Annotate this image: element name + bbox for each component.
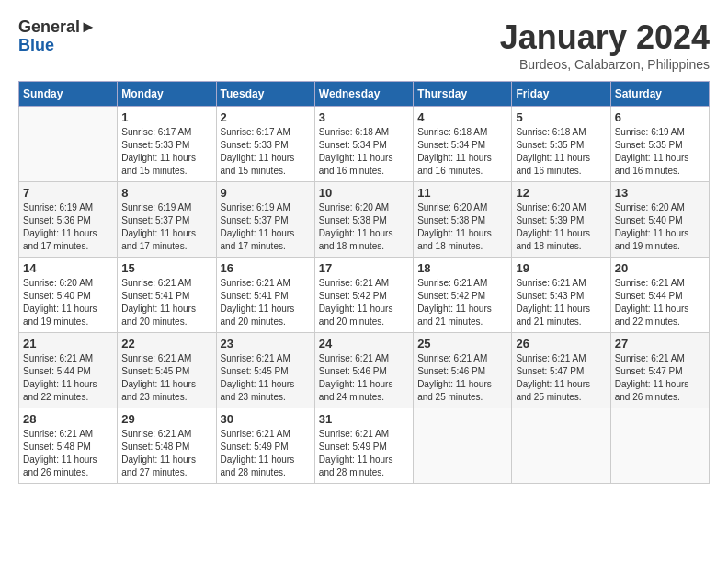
day-info: Sunrise: 6:19 AMSunset: 5:37 PMDaylight:… xyxy=(221,201,311,253)
day-number: 8 xyxy=(121,186,211,200)
header-cell-tuesday: Tuesday xyxy=(216,82,314,107)
day-info: Sunrise: 6:20 AMSunset: 5:39 PMDaylight:… xyxy=(516,201,606,253)
day-info: Sunrise: 6:21 AMSunset: 5:49 PMDaylight:… xyxy=(319,428,409,479)
day-number: 17 xyxy=(319,261,409,275)
day-number: 7 xyxy=(23,186,113,200)
day-cell: 15Sunrise: 6:21 AMSunset: 5:41 PMDayligh… xyxy=(118,258,216,333)
day-cell: 19Sunrise: 6:21 AMSunset: 5:43 PMDayligh… xyxy=(512,258,610,333)
day-cell: 30Sunrise: 6:21 AMSunset: 5:49 PMDayligh… xyxy=(216,408,314,484)
day-info: Sunrise: 6:20 AMSunset: 5:40 PMDaylight:… xyxy=(615,201,705,253)
day-number: 15 xyxy=(121,261,211,275)
day-info: Sunrise: 6:18 AMSunset: 5:35 PMDaylight:… xyxy=(516,126,606,178)
week-row-1: 1Sunrise: 6:17 AMSunset: 5:33 PMDaylight… xyxy=(19,107,710,182)
day-number: 4 xyxy=(417,110,507,124)
day-cell xyxy=(414,408,512,484)
day-cell: 29Sunrise: 6:21 AMSunset: 5:48 PMDayligh… xyxy=(118,408,216,484)
day-number: 18 xyxy=(417,261,507,275)
day-info: Sunrise: 6:21 AMSunset: 5:47 PMDaylight:… xyxy=(516,352,606,404)
day-number: 29 xyxy=(121,412,211,426)
header-cell-thursday: Thursday xyxy=(414,82,512,107)
day-number: 10 xyxy=(319,186,409,200)
page-header: General► Blue January 2024 Burdeos, Cala… xyxy=(18,18,710,72)
calendar-table: SundayMondayTuesdayWednesdayThursdayFrid… xyxy=(18,81,710,484)
day-number: 26 xyxy=(516,337,606,350)
day-cell: 2Sunrise: 6:17 AMSunset: 5:33 PMDaylight… xyxy=(216,107,314,182)
day-info: Sunrise: 6:21 AMSunset: 5:41 PMDaylight:… xyxy=(221,277,311,328)
day-info: Sunrise: 6:21 AMSunset: 5:46 PMDaylight:… xyxy=(319,352,409,404)
logo: General► Blue xyxy=(18,18,97,55)
day-cell: 8Sunrise: 6:19 AMSunset: 5:37 PMDaylight… xyxy=(118,182,216,258)
header-cell-friday: Friday xyxy=(512,82,610,107)
day-number: 22 xyxy=(121,337,211,350)
day-cell: 28Sunrise: 6:21 AMSunset: 5:48 PMDayligh… xyxy=(19,408,118,484)
week-row-3: 14Sunrise: 6:20 AMSunset: 5:40 PMDayligh… xyxy=(19,258,710,333)
week-row-2: 7Sunrise: 6:19 AMSunset: 5:36 PMDaylight… xyxy=(19,182,710,258)
day-number: 30 xyxy=(221,412,311,426)
day-info: Sunrise: 6:18 AMSunset: 5:34 PMDaylight:… xyxy=(417,126,507,178)
day-info: Sunrise: 6:20 AMSunset: 5:40 PMDaylight:… xyxy=(23,277,113,328)
day-info: Sunrise: 6:19 AMSunset: 5:35 PMDaylight:… xyxy=(615,126,705,178)
day-number: 25 xyxy=(417,337,507,350)
day-cell: 5Sunrise: 6:18 AMSunset: 5:35 PMDaylight… xyxy=(512,107,610,182)
day-number: 16 xyxy=(221,261,311,275)
day-info: Sunrise: 6:21 AMSunset: 5:44 PMDaylight:… xyxy=(615,277,705,328)
day-number: 23 xyxy=(221,337,311,350)
day-cell: 20Sunrise: 6:21 AMSunset: 5:44 PMDayligh… xyxy=(610,258,709,333)
day-cell xyxy=(512,408,610,484)
day-info: Sunrise: 6:18 AMSunset: 5:34 PMDaylight:… xyxy=(319,126,409,178)
week-row-4: 21Sunrise: 6:21 AMSunset: 5:44 PMDayligh… xyxy=(19,333,710,408)
day-number: 31 xyxy=(319,412,409,426)
day-info: Sunrise: 6:21 AMSunset: 5:49 PMDaylight:… xyxy=(221,428,311,479)
day-cell: 1Sunrise: 6:17 AMSunset: 5:33 PMDaylight… xyxy=(118,107,216,182)
day-number: 21 xyxy=(23,337,113,350)
month-title: January 2024 xyxy=(500,18,710,57)
day-info: Sunrise: 6:19 AMSunset: 5:36 PMDaylight:… xyxy=(23,201,113,253)
logo-general: General► xyxy=(18,18,97,37)
day-cell: 16Sunrise: 6:21 AMSunset: 5:41 PMDayligh… xyxy=(216,258,314,333)
day-cell: 23Sunrise: 6:21 AMSunset: 5:45 PMDayligh… xyxy=(216,333,314,408)
day-number: 27 xyxy=(615,337,705,350)
location: Burdeos, Calabarzon, Philippines xyxy=(500,57,710,72)
day-cell: 22Sunrise: 6:21 AMSunset: 5:45 PMDayligh… xyxy=(118,333,216,408)
day-cell: 11Sunrise: 6:20 AMSunset: 5:38 PMDayligh… xyxy=(414,182,512,258)
day-cell: 14Sunrise: 6:20 AMSunset: 5:40 PMDayligh… xyxy=(19,258,118,333)
day-cell: 26Sunrise: 6:21 AMSunset: 5:47 PMDayligh… xyxy=(512,333,610,408)
day-number: 2 xyxy=(221,110,311,124)
day-number: 1 xyxy=(121,110,211,124)
header-cell-wednesday: Wednesday xyxy=(314,82,413,107)
day-number: 20 xyxy=(615,261,705,275)
day-info: Sunrise: 6:20 AMSunset: 5:38 PMDaylight:… xyxy=(319,201,409,253)
day-cell xyxy=(610,408,709,484)
day-cell: 25Sunrise: 6:21 AMSunset: 5:46 PMDayligh… xyxy=(414,333,512,408)
logo-text: General► Blue xyxy=(18,18,97,55)
day-number: 3 xyxy=(319,110,409,124)
day-cell: 27Sunrise: 6:21 AMSunset: 5:47 PMDayligh… xyxy=(610,333,709,408)
logo-blue: Blue xyxy=(18,37,97,55)
day-cell: 17Sunrise: 6:21 AMSunset: 5:42 PMDayligh… xyxy=(314,258,413,333)
day-info: Sunrise: 6:21 AMSunset: 5:48 PMDaylight:… xyxy=(121,428,211,479)
day-cell: 21Sunrise: 6:21 AMSunset: 5:44 PMDayligh… xyxy=(19,333,118,408)
header-cell-monday: Monday xyxy=(118,82,216,107)
day-number: 19 xyxy=(516,261,606,275)
day-cell: 13Sunrise: 6:20 AMSunset: 5:40 PMDayligh… xyxy=(610,182,709,258)
day-number: 13 xyxy=(615,186,705,200)
day-cell: 18Sunrise: 6:21 AMSunset: 5:42 PMDayligh… xyxy=(414,258,512,333)
day-cell: 10Sunrise: 6:20 AMSunset: 5:38 PMDayligh… xyxy=(314,182,413,258)
day-cell: 7Sunrise: 6:19 AMSunset: 5:36 PMDaylight… xyxy=(19,182,118,258)
day-cell: 4Sunrise: 6:18 AMSunset: 5:34 PMDaylight… xyxy=(414,107,512,182)
header-cell-saturday: Saturday xyxy=(610,82,709,107)
day-info: Sunrise: 6:19 AMSunset: 5:37 PMDaylight:… xyxy=(121,201,211,253)
day-info: Sunrise: 6:20 AMSunset: 5:38 PMDaylight:… xyxy=(417,201,507,253)
week-row-5: 28Sunrise: 6:21 AMSunset: 5:48 PMDayligh… xyxy=(19,408,710,484)
day-cell: 3Sunrise: 6:18 AMSunset: 5:34 PMDaylight… xyxy=(314,107,413,182)
day-info: Sunrise: 6:21 AMSunset: 5:42 PMDaylight:… xyxy=(417,277,507,328)
day-info: Sunrise: 6:21 AMSunset: 5:44 PMDaylight:… xyxy=(23,352,113,404)
day-cell: 31Sunrise: 6:21 AMSunset: 5:49 PMDayligh… xyxy=(314,408,413,484)
day-info: Sunrise: 6:17 AMSunset: 5:33 PMDaylight:… xyxy=(221,126,311,178)
day-number: 6 xyxy=(615,110,705,124)
day-info: Sunrise: 6:21 AMSunset: 5:43 PMDaylight:… xyxy=(516,277,606,328)
day-cell: 24Sunrise: 6:21 AMSunset: 5:46 PMDayligh… xyxy=(314,333,413,408)
title-block: January 2024 Burdeos, Calabarzon, Philip… xyxy=(500,18,710,72)
day-number: 12 xyxy=(516,186,606,200)
day-number: 14 xyxy=(23,261,113,275)
